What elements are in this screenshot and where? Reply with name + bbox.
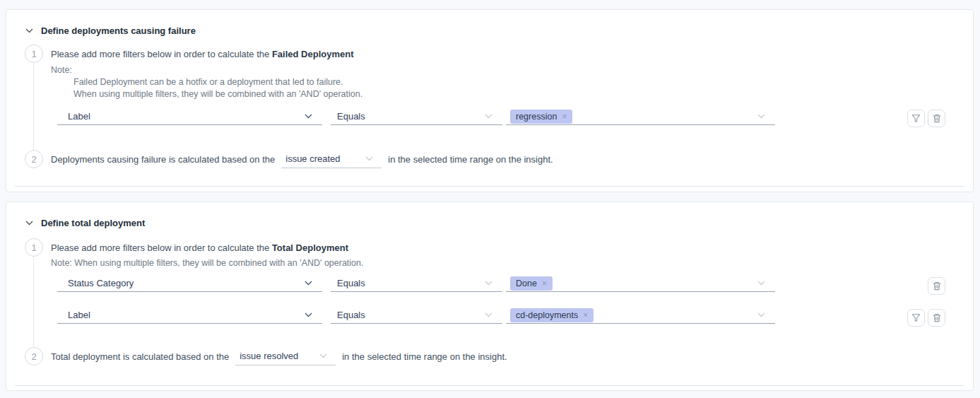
panel-footer-divider <box>15 186 964 187</box>
chevron-down-icon <box>305 281 322 286</box>
filter-options-button[interactable] <box>907 110 925 127</box>
note-line: Failed Deployment can be a hotfix or a d… <box>73 76 343 88</box>
value-tag: cd-deployments × <box>510 308 594 322</box>
remove-tag-icon[interactable]: × <box>583 311 588 320</box>
field-select[interactable]: Label <box>57 108 322 125</box>
note-line: Note: When using multiple filters, they … <box>51 257 363 269</box>
calculation-basis-select[interactable]: issue created <box>281 150 382 168</box>
chevron-down-icon <box>485 281 502 286</box>
define-deployments-causing-failure-section: Define deployments causing failure 1 Ple… <box>6 9 974 192</box>
chevron-down-icon <box>319 353 336 358</box>
remove-tag-icon[interactable]: × <box>562 112 567 121</box>
value-tag: Done × <box>510 276 553 291</box>
calculation-text-before: Total deployment is calculated based on … <box>51 351 229 362</box>
funnel-icon <box>911 114 921 123</box>
step-connector-line <box>33 257 34 347</box>
note-line: When using multiple filters, they will b… <box>73 88 362 100</box>
values-multiselect[interactable]: cd-deployments × <box>506 307 775 324</box>
collapse-chevron-icon[interactable] <box>25 28 33 33</box>
step-2-badge: 2 <box>25 150 43 168</box>
step-2-calculation-row: Total deployment is calculated based on … <box>51 347 507 365</box>
field-select[interactable]: Label <box>57 307 322 324</box>
chevron-down-icon <box>305 114 322 119</box>
calculation-text-before: Deployments causing failure is calculate… <box>51 154 275 165</box>
trash-icon <box>933 114 941 123</box>
panel-footer-divider <box>15 385 964 386</box>
chevron-down-icon <box>365 156 382 161</box>
funnel-icon <box>911 313 921 322</box>
step-1-instruction: Please add more filters below in order t… <box>51 242 348 254</box>
step-2-calculation-row: Deployments causing failure is calculate… <box>51 150 553 168</box>
field-select[interactable]: Status Category <box>57 275 322 292</box>
chevron-down-icon <box>485 312 502 317</box>
define-total-deployment-section: Define total deployment 1 Please add mor… <box>6 201 974 391</box>
step-connector-line <box>33 63 34 150</box>
operator-select[interactable]: Equals <box>331 307 502 324</box>
delete-filter-button[interactable] <box>928 309 945 327</box>
chevron-down-icon <box>305 312 322 317</box>
step-1-badge: 1 <box>25 45 43 63</box>
note-label: Note: <box>51 64 72 76</box>
chevron-down-icon <box>757 312 775 317</box>
step-1-instruction: Please add more filters below in order t… <box>51 49 353 60</box>
calculation-text-after: in the selected time range on the insigh… <box>342 351 507 362</box>
section-header[interactable]: Define deployments causing failure <box>25 25 196 36</box>
section-header[interactable]: Define total deployment <box>25 217 145 228</box>
section-title: Define deployments causing failure <box>41 25 196 36</box>
chevron-down-icon <box>485 114 502 119</box>
step-1-badge: 1 <box>25 238 43 257</box>
operator-select[interactable]: Equals <box>331 108 502 125</box>
delete-filter-button[interactable] <box>928 110 945 127</box>
calculation-basis-select[interactable]: issue resolved <box>235 347 336 365</box>
operator-select[interactable]: Equals <box>331 275 502 292</box>
delete-filter-button[interactable] <box>928 277 945 295</box>
calculation-text-after: in the selected time range on the insigh… <box>388 154 553 165</box>
step-2-badge: 2 <box>25 347 43 365</box>
section-title: Define total deployment <box>41 218 145 228</box>
collapse-chevron-icon[interactable] <box>25 221 33 226</box>
chevron-down-icon <box>757 114 775 119</box>
chevron-down-icon <box>757 281 775 286</box>
values-multiselect[interactable]: Done × <box>506 275 775 292</box>
remove-tag-icon[interactable]: × <box>542 279 547 288</box>
values-multiselect[interactable]: regression × <box>506 108 775 125</box>
value-tag: regression × <box>510 110 572 124</box>
filter-options-button[interactable] <box>907 309 925 327</box>
trash-icon <box>933 281 941 291</box>
trash-icon <box>933 313 941 322</box>
